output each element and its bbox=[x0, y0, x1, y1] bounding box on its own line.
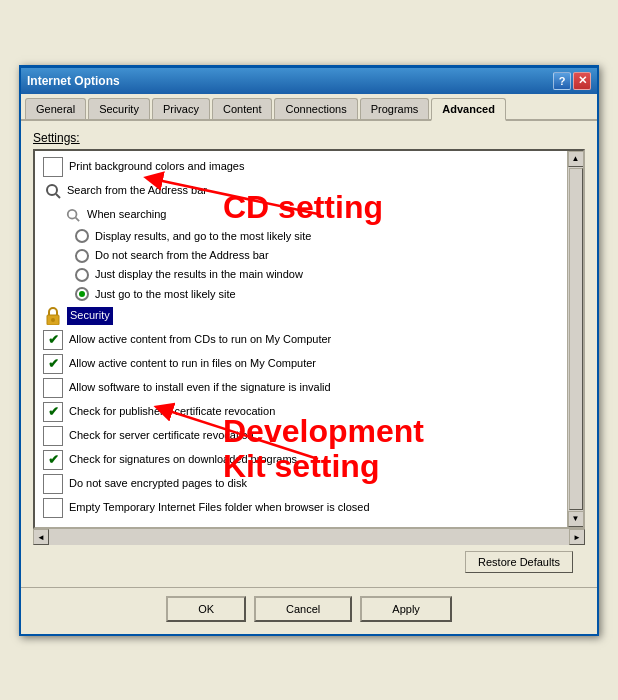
svg-line-5 bbox=[76, 217, 80, 221]
checkbox-print-bg[interactable] bbox=[43, 157, 63, 177]
checkbox-encrypted[interactable] bbox=[43, 474, 63, 494]
dialog-footer: OK Cancel Apply bbox=[21, 587, 597, 634]
item-text-allow-software: Allow software to install even if the si… bbox=[69, 380, 331, 395]
tab-programs[interactable]: Programs bbox=[360, 98, 430, 119]
tab-security[interactable]: Security bbox=[88, 98, 150, 119]
svg-line-3 bbox=[56, 194, 60, 198]
item-text-encrypted: Do not save encrypted pages to disk bbox=[69, 476, 247, 491]
title-controls: ? ✕ bbox=[553, 72, 591, 90]
search-sub-icon bbox=[63, 205, 83, 225]
svg-point-2 bbox=[47, 185, 57, 195]
item-text-radio3: Just display the results in the main win… bbox=[95, 267, 303, 282]
list-item-active-cds[interactable]: ✔ Allow active content from CDs to run o… bbox=[35, 328, 567, 352]
list-item-server-cert[interactable]: Check for server certificate revocation bbox=[35, 424, 567, 448]
settings-box: Print background colors and images Searc… bbox=[33, 149, 585, 529]
scroll-down-button[interactable]: ▼ bbox=[568, 511, 584, 527]
list-item-radio3[interactable]: Just display the results in the main win… bbox=[35, 265, 567, 284]
list-item-signatures[interactable]: ✔ Check for signatures on downloaded pro… bbox=[35, 448, 567, 472]
lock-icon bbox=[43, 306, 63, 326]
checkbox-publisher-cert[interactable]: ✔ bbox=[43, 402, 63, 422]
ok-button[interactable]: OK bbox=[166, 596, 246, 622]
item-text-radio1: Display results, and go to the most like… bbox=[95, 229, 311, 244]
window-title: Internet Options bbox=[27, 74, 120, 88]
restore-defaults-row: Restore Defaults bbox=[33, 545, 585, 577]
search-icon bbox=[43, 181, 63, 201]
list-item-security-section: Security bbox=[35, 304, 567, 328]
restore-defaults-button[interactable]: Restore Defaults bbox=[465, 551, 573, 573]
tab-general[interactable]: General bbox=[25, 98, 86, 119]
tabs-bar: General Security Privacy Content Connect… bbox=[21, 94, 597, 121]
checkbox-temp-files[interactable] bbox=[43, 498, 63, 518]
list-item[interactable]: Print background colors and images bbox=[35, 155, 567, 179]
checkbox-allow-software[interactable] bbox=[43, 378, 63, 398]
item-text-security: Security bbox=[67, 307, 113, 324]
item-text-search: Search from the Address bar bbox=[67, 183, 207, 198]
scroll-right-button[interactable]: ► bbox=[569, 529, 585, 545]
title-bar: Internet Options ? ✕ bbox=[21, 68, 597, 94]
item-text-active-files: Allow active content to run in files on … bbox=[69, 356, 316, 371]
help-button[interactable]: ? bbox=[553, 72, 571, 90]
item-text-signatures: Check for signatures on downloaded progr… bbox=[69, 452, 297, 467]
item-text-when-searching: When searching bbox=[87, 207, 167, 222]
apply-button[interactable]: Apply bbox=[360, 596, 452, 622]
checkbox-active-files[interactable]: ✔ bbox=[43, 354, 63, 374]
list-item-active-files[interactable]: ✔ Allow active content to run in files o… bbox=[35, 352, 567, 376]
checkbox-signatures[interactable]: ✔ bbox=[43, 450, 63, 470]
checkbox-server-cert[interactable] bbox=[43, 426, 63, 446]
tab-advanced[interactable]: Advanced bbox=[431, 98, 506, 121]
vertical-scrollbar[interactable]: ▲ ▼ bbox=[567, 151, 583, 527]
settings-list[interactable]: Print background colors and images Searc… bbox=[35, 151, 567, 527]
cancel-button[interactable]: Cancel bbox=[254, 596, 352, 622]
svg-point-4 bbox=[68, 209, 77, 218]
svg-point-7 bbox=[51, 318, 55, 322]
list-item-when-searching: When searching bbox=[35, 203, 567, 227]
content-area: Settings: CD setting DevelopmentKit sett… bbox=[21, 121, 597, 587]
list-item-radio2[interactable]: Do not search from the Address bar bbox=[35, 246, 567, 265]
settings-wrapper: CD setting DevelopmentKit setting bbox=[33, 149, 585, 545]
radio-just-go[interactable] bbox=[75, 287, 89, 301]
list-item-temp-files[interactable]: Empty Temporary Internet Files folder wh… bbox=[35, 496, 567, 520]
list-item-radio1[interactable]: Display results, and go to the most like… bbox=[35, 227, 567, 246]
scroll-up-button[interactable]: ▲ bbox=[568, 151, 584, 167]
item-text-print-bg: Print background colors and images bbox=[69, 159, 244, 174]
item-text-radio4: Just go to the most likely site bbox=[95, 287, 236, 302]
list-item-encrypted[interactable]: Do not save encrypted pages to disk bbox=[35, 472, 567, 496]
list-item-radio4[interactable]: Just go to the most likely site bbox=[35, 285, 567, 304]
tab-privacy[interactable]: Privacy bbox=[152, 98, 210, 119]
dialog-window: Internet Options ? ✕ General Security Pr… bbox=[19, 65, 599, 636]
settings-label: Settings: bbox=[33, 131, 585, 145]
item-text-radio2: Do not search from the Address bar bbox=[95, 248, 269, 263]
horizontal-scrollbar[interactable]: ◄ ► bbox=[33, 529, 585, 545]
list-item-search-section: Search from the Address bar bbox=[35, 179, 567, 203]
item-text-publisher-cert: Check for publisher's certificate revoca… bbox=[69, 404, 275, 419]
radio-just-display[interactable] bbox=[75, 268, 89, 282]
radio-do-not-search[interactable] bbox=[75, 249, 89, 263]
checkbox-active-cds[interactable]: ✔ bbox=[43, 330, 63, 350]
item-text-active-cds: Allow active content from CDs to run on … bbox=[69, 332, 331, 347]
hscroll-track[interactable] bbox=[49, 529, 569, 545]
tab-content[interactable]: Content bbox=[212, 98, 273, 119]
close-button[interactable]: ✕ bbox=[573, 72, 591, 90]
scroll-thumb[interactable] bbox=[569, 168, 583, 510]
radio-display-results[interactable] bbox=[75, 229, 89, 243]
item-text-temp-files: Empty Temporary Internet Files folder wh… bbox=[69, 500, 370, 515]
list-item-allow-software[interactable]: Allow software to install even if the si… bbox=[35, 376, 567, 400]
scroll-left-button[interactable]: ◄ bbox=[33, 529, 49, 545]
item-text-server-cert: Check for server certificate revocation bbox=[69, 428, 254, 443]
list-item-publisher-cert[interactable]: ✔ Check for publisher's certificate revo… bbox=[35, 400, 567, 424]
tab-connections[interactable]: Connections bbox=[274, 98, 357, 119]
